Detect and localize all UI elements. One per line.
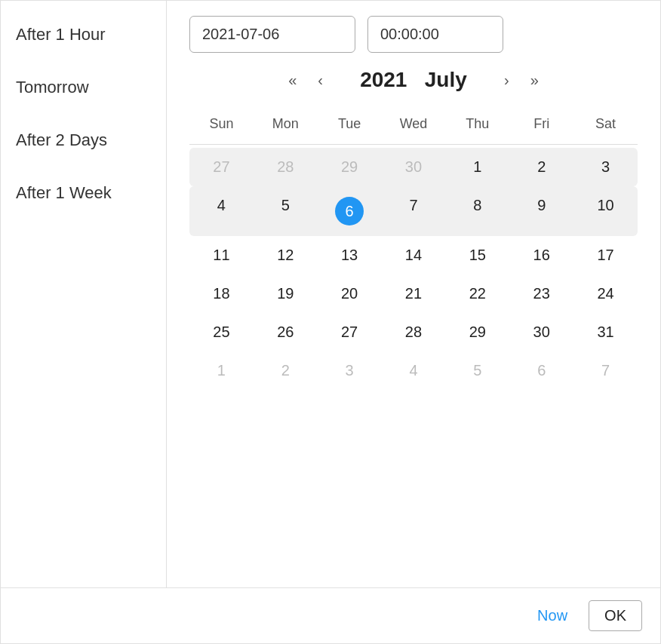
calendar-panel: « ‹ 2021 July › » SunMonTueWedThuFriSat …	[167, 1, 660, 587]
month-label: July	[425, 68, 467, 91]
day-cell[interactable]: 6	[318, 186, 382, 236]
day-cell[interactable]: 15	[445, 236, 509, 274]
time-input[interactable]	[367, 16, 503, 53]
weeks: 2728293012345678910111213141516171819202…	[189, 148, 638, 390]
prev-year-button[interactable]: «	[282, 69, 303, 90]
sidebar: After 1 HourTomorrowAfter 2 DaysAfter 1 …	[1, 1, 167, 587]
day-header-fri: Fri	[509, 110, 573, 138]
week-row: 25262728293031	[189, 313, 638, 351]
day-cell[interactable]: 9	[509, 186, 573, 236]
day-header-sun: Sun	[189, 110, 254, 138]
day-cell[interactable]: 30	[509, 313, 573, 351]
day-cell[interactable]: 13	[318, 236, 382, 274]
day-cell[interactable]: 18	[189, 274, 254, 313]
week-row: 27282930123	[189, 148, 638, 186]
day-cell[interactable]: 2	[509, 148, 573, 186]
now-button[interactable]: Now	[525, 601, 580, 630]
day-cell[interactable]: 28	[254, 148, 318, 186]
prev-month-button[interactable]: ‹	[312, 69, 329, 90]
day-cell[interactable]: 21	[382, 274, 446, 313]
day-cell[interactable]: 14	[382, 236, 446, 274]
next-year-button[interactable]: »	[524, 69, 545, 90]
sidebar-item-after-2-days[interactable]: After 2 Days	[1, 114, 166, 167]
day-cell[interactable]: 1	[189, 351, 254, 390]
week-row: 11121314151617	[189, 236, 638, 274]
day-cell[interactable]: 7	[573, 351, 638, 390]
day-header-thu: Thu	[445, 110, 509, 138]
day-cell[interactable]: 1	[445, 148, 509, 186]
day-cell[interactable]: 17	[573, 236, 638, 274]
day-cell[interactable]: 8	[445, 186, 509, 236]
day-cell[interactable]: 5	[445, 351, 509, 390]
day-cell[interactable]: 3	[318, 351, 382, 390]
day-header-mon: Mon	[254, 110, 318, 138]
day-cell[interactable]: 30	[382, 148, 446, 186]
day-cell[interactable]: 23	[509, 274, 573, 313]
day-cell[interactable]: 31	[573, 313, 638, 351]
day-cell[interactable]: 16	[509, 236, 573, 274]
day-cell[interactable]: 4	[382, 351, 446, 390]
day-header-tue: Tue	[318, 110, 382, 138]
day-cell[interactable]: 6	[509, 351, 573, 390]
day-cell[interactable]: 4	[189, 186, 254, 236]
sidebar-item-after-1-hour[interactable]: After 1 Hour	[1, 8, 166, 61]
day-cell[interactable]: 19	[254, 274, 318, 313]
day-cell[interactable]: 12	[254, 236, 318, 274]
day-cell[interactable]: 10	[573, 186, 638, 236]
sidebar-item-tomorrow[interactable]: Tomorrow	[1, 61, 166, 114]
day-cell[interactable]: 27	[318, 313, 382, 351]
day-header-wed: Wed	[382, 110, 446, 138]
day-cell[interactable]: 29	[445, 313, 509, 351]
day-cell[interactable]: 7	[382, 186, 446, 236]
day-cell[interactable]: 25	[189, 313, 254, 351]
calendar-header: « ‹ 2021 July › »	[189, 68, 638, 92]
day-cell[interactable]: 29	[318, 148, 382, 186]
day-cell[interactable]: 3	[573, 148, 638, 186]
day-cell[interactable]: 26	[254, 313, 318, 351]
day-cell[interactable]: 20	[318, 274, 382, 313]
day-cell[interactable]: 5	[254, 186, 318, 236]
day-headers: SunMonTueWedThuFriSat	[189, 110, 638, 138]
next-month-button[interactable]: ›	[498, 69, 515, 90]
day-header-sat: Sat	[573, 110, 638, 138]
day-cell[interactable]: 2	[254, 351, 318, 390]
sidebar-item-after-1-week[interactable]: After 1 Week	[1, 167, 166, 219]
date-input[interactable]	[189, 16, 355, 53]
month-year-label: 2021 July	[338, 68, 489, 92]
calendar-grid: SunMonTueWedThuFriSat 272829301234567891…	[189, 110, 638, 390]
week-row: 18192021222324	[189, 274, 638, 313]
day-cell[interactable]: 27	[189, 148, 254, 186]
day-cell[interactable]: 22	[445, 274, 509, 313]
footer: Now OK	[1, 588, 660, 643]
day-cell[interactable]: 28	[382, 313, 446, 351]
day-cell[interactable]: 11	[189, 236, 254, 274]
week-row: 45678910	[189, 186, 638, 236]
date-time-row	[189, 16, 638, 53]
week-row: 1234567	[189, 351, 638, 390]
ok-button[interactable]: OK	[589, 600, 642, 631]
year-label: 2021	[360, 68, 407, 91]
day-cell[interactable]: 24	[573, 274, 638, 313]
